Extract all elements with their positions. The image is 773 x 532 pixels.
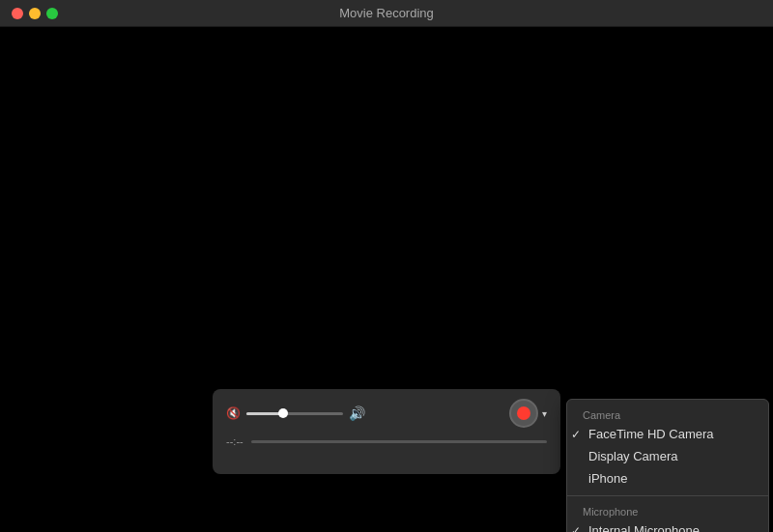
mic-item-label: Internal Microphone <box>588 523 700 532</box>
mic-item-internal[interactable]: ✓ Internal Microphone <box>567 519 768 532</box>
controls-bar: 🔇 🔊 ▾ <box>213 389 560 474</box>
camera-item-display[interactable]: Display Camera <box>567 445 768 467</box>
camera-section-label: Camera <box>567 406 768 423</box>
volume-slider[interactable] <box>246 412 343 415</box>
volume-low-icon: 🔇 <box>226 406 241 420</box>
microphone-section-label: Microphone <box>567 502 768 519</box>
window-title: Movie Recording <box>339 6 434 20</box>
camera-item-label: FaceTime HD Camera <box>588 427 714 441</box>
title-bar: Movie Recording <box>0 0 773 27</box>
time-display: --:-- <box>226 435 243 447</box>
volume-high-icon: 🔊 <box>349 406 365 421</box>
camera-section: Camera ✓ FaceTime HD Camera Display Came… <box>567 400 768 496</box>
controls-top-row: 🔇 🔊 ▾ <box>226 399 547 428</box>
progress-row: --:-- <box>226 435 547 447</box>
controls-wrapper: 🔇 🔊 ▾ <box>213 389 560 474</box>
microphone-section: Microphone ✓ Internal Microphone Display… <box>567 496 768 532</box>
progress-bar[interactable] <box>251 440 547 443</box>
record-dot <box>517 406 530 420</box>
camera-item-iphone[interactable]: iPhone <box>567 467 768 490</box>
camera-item-label: iPhone <box>588 471 627 486</box>
record-area: ▾ Camera ✓ FaceTime HD Camera Display Ca… <box>509 399 547 428</box>
dropdown-menu: Camera ✓ FaceTime HD Camera Display Came… <box>566 399 769 532</box>
close-button[interactable] <box>12 8 23 19</box>
minimize-button[interactable] <box>29 8 41 19</box>
camera-item-facetime[interactable]: ✓ FaceTime HD Camera <box>567 423 768 445</box>
volume-knob[interactable] <box>278 408 288 418</box>
volume-section: 🔇 🔊 <box>226 406 500 421</box>
camera-item-label: Display Camera <box>588 449 677 463</box>
video-area: 🔇 🔊 ▾ <box>0 27 773 532</box>
window-controls <box>12 8 58 19</box>
check-icon: ✓ <box>571 428 581 441</box>
dropdown-arrow-icon[interactable]: ▾ <box>542 408 547 419</box>
maximize-button[interactable] <box>46 8 58 19</box>
check-icon: ✓ <box>571 524 581 533</box>
record-button[interactable] <box>509 399 538 428</box>
